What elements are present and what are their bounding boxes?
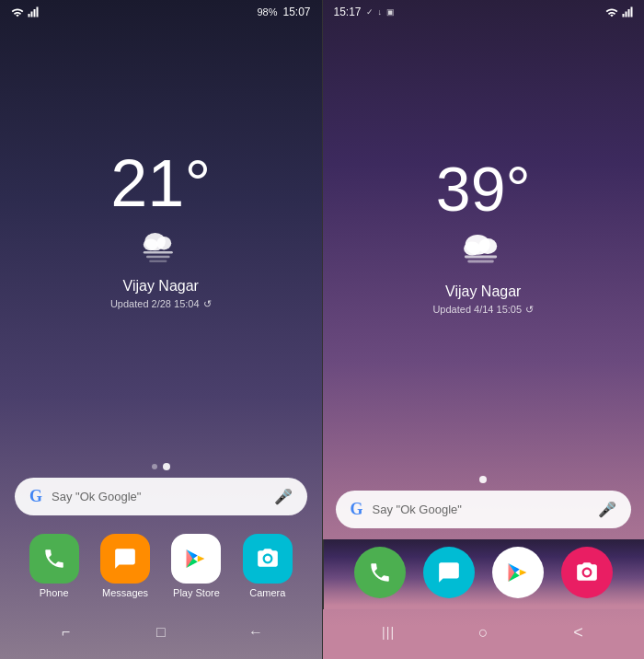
- left-time: 15:07: [282, 6, 310, 18]
- right-nav-lines[interactable]: |||: [374, 619, 402, 646]
- left-updated: Updated 2/28 15:04 ↺: [110, 298, 212, 310]
- left-location: Vijay Nagar: [123, 278, 199, 295]
- right-temperature: 39°: [436, 157, 531, 220]
- left-search-placeholder: Say "Ok Google": [52, 490, 264, 503]
- right-weather-icon: [458, 229, 509, 276]
- left-nav-bar: ⌐ □ ←: [0, 609, 322, 659]
- svg-rect-0: [29, 14, 30, 17]
- right-dock: [323, 539, 645, 609]
- left-battery: 98%: [257, 6, 277, 17]
- right-signal-icon: [622, 6, 633, 17]
- phone-icon-right[interactable]: [354, 547, 406, 598]
- left-status-bar: 98% 15:07: [0, 0, 322, 22]
- svg-rect-3: [37, 7, 39, 17]
- dot-1: [152, 464, 157, 469]
- left-weather-icon: [138, 225, 184, 271]
- camera-label-left: Camera: [249, 587, 285, 598]
- app-playstore-left[interactable]: Play Store: [171, 534, 221, 598]
- svg-rect-1: [31, 12, 33, 17]
- right-mic-icon[interactable]: 🎤: [598, 501, 616, 518]
- phone-icon-left[interactable]: [29, 534, 79, 584]
- right-time-group: 15:17 ✓ ↓ ▣: [334, 6, 396, 18]
- svg-point-15: [478, 238, 497, 254]
- svg-point-5: [156, 237, 171, 249]
- right-page-indicator: [323, 468, 645, 491]
- right-dot-1: [479, 476, 487, 483]
- playstore-icon-right[interactable]: [492, 547, 544, 598]
- right-status-bar: 15:17 ✓ ↓ ▣: [323, 0, 645, 22]
- right-refresh-icon: ↺: [525, 304, 534, 316]
- left-temperature: 21°: [110, 150, 211, 216]
- right-signal-battery: [605, 6, 633, 17]
- svg-rect-17: [465, 255, 497, 258]
- left-mic-icon[interactable]: 🎤: [274, 488, 293, 505]
- svg-rect-11: [626, 12, 627, 17]
- app-phone-left[interactable]: Phone: [29, 534, 79, 598]
- app-phone-right[interactable]: [354, 547, 406, 598]
- phone-label-left: Phone: [40, 587, 69, 598]
- svg-rect-10: [623, 14, 625, 17]
- right-search-bar[interactable]: G Say "Ok Google" 🎤: [336, 491, 632, 528]
- right-cloud-icon: [458, 229, 509, 268]
- signal-icon: [28, 6, 39, 17]
- app-messages-left[interactable]: Messages: [100, 534, 150, 598]
- svg-rect-7: [144, 251, 173, 253]
- messages-icon-left[interactable]: [100, 534, 150, 584]
- right-weather-section: 39° Vijay Nagar Updated 4/14 15:05 ↺: [323, 22, 645, 468]
- app-camera-left[interactable]: Camera: [243, 534, 293, 598]
- left-nav-back-square[interactable]: ⌐: [52, 619, 80, 646]
- svg-rect-8: [146, 255, 170, 257]
- right-search-placeholder: Say "Ok Google": [373, 503, 589, 516]
- right-nav-home-circle[interactable]: ○: [469, 619, 497, 646]
- svg-point-6: [144, 238, 158, 250]
- svg-rect-18: [467, 260, 494, 262]
- right-wifi-icon: [605, 6, 618, 17]
- left-time-battery: 98% 15:07: [257, 6, 310, 18]
- playstore-label-left: Play Store: [173, 587, 220, 598]
- svg-rect-2: [34, 9, 36, 17]
- left-nav-back[interactable]: ←: [242, 619, 270, 646]
- left-weather-section: 21° Vijay Nagar Updated 2/28 15:04 ↺: [0, 22, 322, 456]
- camera-icon-left[interactable]: [243, 534, 293, 584]
- right-nav-back-arrow[interactable]: <: [564, 619, 592, 646]
- right-playstore-triangle: [505, 560, 531, 585]
- right-download-icon: ↓: [378, 7, 383, 17]
- left-phone-screen: 98% 15:07 21° Vijay Nagar Updated 2/28 1…: [0, 0, 322, 659]
- messages-label-left: Messages: [102, 587, 148, 598]
- app-messages-right[interactable]: [423, 547, 475, 598]
- app-camera-right[interactable]: [561, 547, 613, 598]
- right-time: 15:17: [334, 6, 362, 18]
- svg-rect-12: [628, 9, 630, 17]
- refresh-icon: ↺: [203, 298, 212, 310]
- playstore-icon-left[interactable]: [171, 534, 221, 584]
- dot-2: [163, 463, 170, 470]
- messages-icon-right[interactable]: [423, 547, 475, 598]
- left-status-icons: [11, 6, 39, 17]
- right-location: Vijay Nagar: [445, 283, 521, 300]
- right-check-icon: ✓: [366, 7, 374, 17]
- google-logo-right: G: [351, 500, 363, 519]
- svg-point-16: [464, 241, 480, 255]
- right-updated: Updated 4/14 15:05 ↺: [432, 304, 534, 316]
- right-cast-icon: ▣: [386, 7, 395, 17]
- svg-rect-13: [631, 7, 633, 17]
- camera-icon-right[interactable]: [561, 547, 613, 598]
- left-page-indicator: [0, 456, 322, 478]
- google-logo-left: G: [29, 487, 42, 506]
- left-dock: Phone Messages: [0, 526, 322, 609]
- svg-rect-9: [149, 260, 167, 261]
- right-nav-bar: ||| ○ <: [323, 609, 645, 659]
- wifi-icon: [11, 6, 24, 17]
- right-phone-screen: 15:17 ✓ ↓ ▣ 39°: [322, 0, 645, 659]
- playstore-triangle: [183, 546, 209, 572]
- left-nav-home-square[interactable]: □: [147, 619, 175, 646]
- left-search-bar[interactable]: G Say "Ok Google" 🎤: [15, 478, 307, 515]
- left-cloud-icon: [138, 225, 184, 262]
- app-playstore-right[interactable]: [492, 547, 544, 598]
